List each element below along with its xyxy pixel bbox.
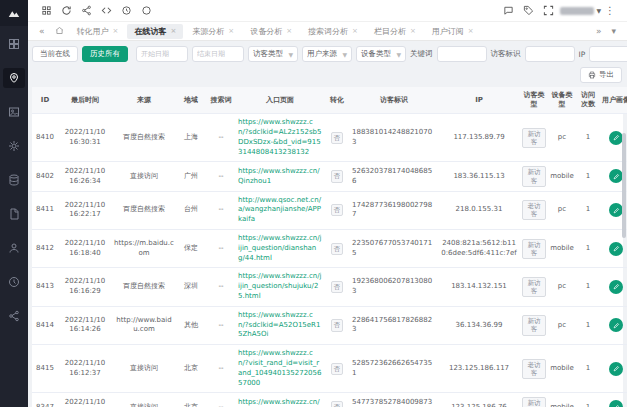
history-all-button[interactable]: 历史所有 xyxy=(82,46,128,62)
keyword-input[interactable] xyxy=(437,46,487,62)
cell-user-profile xyxy=(600,393,627,407)
user-profile-button[interactable] xyxy=(609,242,623,256)
more-menu-icon[interactable]: ⋮ xyxy=(601,5,619,16)
table-row[interactable]: 8412 2022/11/10 16:18:40 https://m.baidu… xyxy=(32,230,627,268)
ip-input[interactable] xyxy=(589,46,627,62)
user-profile-button[interactable] xyxy=(609,280,623,294)
start-date-input[interactable] xyxy=(136,46,188,62)
entry-page-link[interactable]: http://www.qsoc.net.cn/a/wangzhanjianshe… xyxy=(238,196,321,224)
cell-ip: 183.36.115.13 xyxy=(438,162,520,191)
tabs-collapse-left-icon[interactable]: « xyxy=(34,26,50,36)
user-source-select[interactable]: 用户来源▼ xyxy=(302,46,352,62)
table-row[interactable]: 8414 2022/11/10 16:14:26 http://www.baid… xyxy=(32,306,627,344)
sidebar-item-database[interactable] xyxy=(3,170,25,190)
cell-converted: 否 xyxy=(324,191,350,229)
close-tab-icon[interactable]: × xyxy=(170,27,176,35)
tab-user-subscription[interactable]: 用户订阅× xyxy=(425,24,481,39)
col-visit-count: 访问次数 xyxy=(576,87,600,114)
tab-column-analysis[interactable]: 栏目分析× xyxy=(367,24,423,39)
close-tab-icon[interactable]: × xyxy=(352,27,358,35)
visitor-id-input[interactable] xyxy=(525,46,575,62)
sidebar-item-share[interactable] xyxy=(3,306,25,326)
cell-device-type: mobile xyxy=(548,162,576,191)
tab-conversion-users[interactable]: 转化用户× xyxy=(70,24,126,39)
sidebar-item-settings[interactable] xyxy=(3,136,25,156)
tab-online-visitors[interactable]: 在线访客× xyxy=(127,24,183,39)
table-header-row: ID 最后时间 来源 地域 搜索词 入口页面 转化 访客标识 IP 访客类型 设… xyxy=(32,87,627,114)
end-date-input[interactable] xyxy=(192,46,244,62)
entry-page-link[interactable]: https://www.shwzzz.cn/Qinzhou1 xyxy=(238,167,320,185)
cell-visit-count: 1 xyxy=(576,345,600,393)
share-icon[interactable] xyxy=(76,3,96,19)
entry-page-link[interactable]: https://www.shwzzz.cn/jijin_question/dia… xyxy=(238,234,322,262)
device-type-select[interactable]: 设备类型▼ xyxy=(356,46,406,62)
visitor-type-select[interactable]: 访客类型▼ xyxy=(248,46,298,62)
close-tab-icon[interactable]: × xyxy=(228,27,234,35)
cell-ip: 2408:821a:5612:b110:6dee:5df6:411c:7ef xyxy=(438,230,520,268)
entry-page-link[interactable]: https://www.shwzzz.cn/news/hyxw/1114.htm… xyxy=(238,398,320,407)
entry-page-link[interactable]: https://www.shwzzz.cn/?visit_rand_id=vis… xyxy=(238,349,321,386)
cell-last-time: 2022/11/10 16:12:37 xyxy=(58,393,112,407)
table-row[interactable]: 8402 2022/11/10 16:26:34 直接访问 广州 -- http… xyxy=(32,162,627,191)
visitor-type-badge: 新访客 xyxy=(522,239,546,259)
col-converted: 转化 xyxy=(324,87,350,114)
status-circle-icon[interactable] xyxy=(136,3,156,19)
vertical-scrollbar-thumb[interactable] xyxy=(622,133,626,238)
username-masked[interactable] xyxy=(560,7,594,15)
current-online-button[interactable]: 当前在线 xyxy=(32,46,78,62)
fullscreen-icon[interactable] xyxy=(538,3,558,19)
cell-user-profile xyxy=(600,306,627,344)
table-row[interactable]: 8347 2022/11/10 16:12:37 直接访问 北京 -- http… xyxy=(32,393,627,407)
entry-page-link[interactable]: https://www.shwzzz.cn/?sdclkid=AL2z152sb… xyxy=(238,118,321,155)
cell-device-type: pc xyxy=(548,306,576,344)
tag-icon[interactable] xyxy=(518,3,538,19)
sidebar-item-users[interactable] xyxy=(3,238,25,258)
sidebar-item-media[interactable] xyxy=(3,102,25,122)
main-area: ▼ ⋮ « 转化用户× 在线访客× 来源分析× 设备分析× 搜索词分析× 栏目分… xyxy=(28,0,627,407)
visitor-type-badge: 新访客 xyxy=(522,128,546,148)
close-tab-icon[interactable]: × xyxy=(468,27,474,35)
export-button[interactable]: 导出 xyxy=(580,67,622,83)
tab-searchword-analysis[interactable]: 搜索词分析× xyxy=(301,24,365,39)
entry-page-link[interactable]: https://www.shwzzz.cn/?sdclkid=A52O15eR1… xyxy=(238,311,320,339)
cell-entry-page: https://www.shwzzz.cn/news/hyxw/1114.htm… xyxy=(236,393,324,407)
tab-source-analysis[interactable]: 来源分析× xyxy=(185,24,241,39)
user-profile-button[interactable] xyxy=(609,131,623,145)
table-row[interactable]: 8413 2022/11/10 16:16:29 百度自然搜索 深圳 -- ht… xyxy=(32,268,627,306)
user-profile-button[interactable] xyxy=(609,362,623,376)
cell-user-profile xyxy=(600,268,627,306)
close-tab-icon[interactable]: × xyxy=(410,27,416,35)
cell-visitor-type: 新访客 xyxy=(520,114,548,162)
user-profile-button[interactable] xyxy=(609,318,623,332)
location-pin-icon xyxy=(8,72,20,84)
table-row[interactable]: 8410 2022/11/10 16:30:31 百度自然搜索 上海 -- ht… xyxy=(32,114,627,162)
cell-time: 16:30:31 xyxy=(60,138,110,148)
user-profile-button[interactable] xyxy=(609,169,623,183)
code-icon[interactable] xyxy=(96,3,116,19)
close-tab-icon[interactable]: × xyxy=(113,27,119,35)
user-profile-button[interactable] xyxy=(609,203,623,217)
sidebar-item-history[interactable] xyxy=(3,272,25,292)
cell-time: 16:18:40 xyxy=(60,249,110,259)
history-icon[interactable] xyxy=(116,3,136,19)
cell-region: 北京 xyxy=(176,393,206,407)
table-row[interactable]: 8411 2022/11/10 16:22:17 百度自然搜索 台州 -- ht… xyxy=(32,191,627,229)
refresh-icon[interactable] xyxy=(56,3,76,19)
table-row[interactable]: 8415 2022/11/10 16:12:37 直接访问 北京 -- http… xyxy=(32,345,627,393)
sidebar-item-dashboard[interactable] xyxy=(3,34,25,54)
sidebar-item-documents[interactable] xyxy=(3,204,25,224)
message-icon[interactable] xyxy=(498,3,518,19)
apps-grid-icon[interactable] xyxy=(36,3,56,19)
cell-date: 2022/11/10 xyxy=(60,201,110,211)
sidebar-item-visitors[interactable] xyxy=(3,68,25,88)
visitors-table: ID 最后时间 来源 地域 搜索词 入口页面 转化 访客标识 IP 访客类型 设… xyxy=(32,87,627,407)
user-profile-button[interactable] xyxy=(609,400,623,407)
cell-search-word: -- xyxy=(206,191,236,229)
tabs-scroll-right-icon[interactable]: » xyxy=(591,26,607,36)
tab-device-analysis[interactable]: 设备分析× xyxy=(243,24,299,39)
close-tab-icon[interactable]: × xyxy=(286,27,292,35)
cell-visitor-id: 2235076770537401715 xyxy=(350,230,438,268)
home-tab-icon[interactable] xyxy=(50,26,69,37)
tabs-dropdown-icon[interactable]: ▾ xyxy=(606,26,621,36)
entry-page-link[interactable]: https://www.shwzzz.cn/jijin_question/shu… xyxy=(238,272,322,300)
